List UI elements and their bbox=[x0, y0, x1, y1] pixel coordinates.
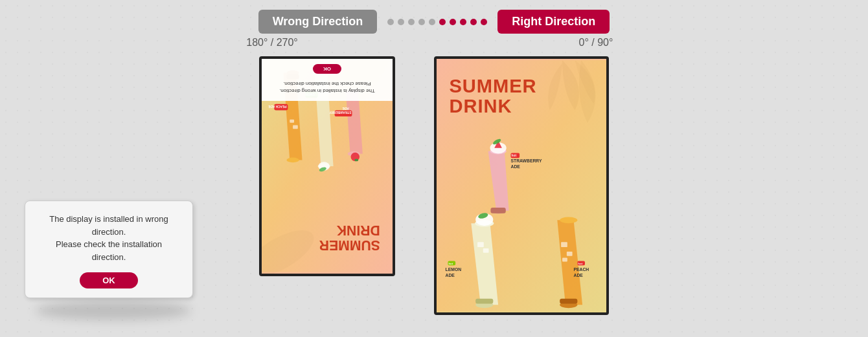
svg-text:PEACH: PEACH bbox=[574, 267, 589, 272]
svg-rect-56 bbox=[560, 299, 577, 304]
dialog-shadow bbox=[36, 301, 191, 320]
svg-text:hot: hot bbox=[448, 262, 453, 265]
svg-point-54 bbox=[560, 217, 577, 224]
nav-dot-6[interactable] bbox=[450, 19, 456, 25]
nav-dot-4[interactable] bbox=[429, 19, 435, 25]
wrong-poster: SUMMER DRINK bbox=[262, 59, 393, 274]
svg-text:STRAWBERRY: STRAWBERRY bbox=[511, 158, 542, 163]
right-direction-label: Right Direction bbox=[497, 10, 610, 34]
svg-rect-48 bbox=[483, 248, 489, 253]
nav-dot-1[interactable] bbox=[398, 19, 404, 25]
svg-text:SUMMER: SUMMER bbox=[319, 238, 380, 253]
svg-text:ADE: ADE bbox=[574, 273, 584, 277]
wrong-degrees: 180° / 270° bbox=[207, 37, 337, 49]
wrong-direction-label: Wrong Direction bbox=[258, 10, 378, 34]
svg-rect-8 bbox=[293, 125, 298, 129]
right-poster: SUMMER DRINK bbox=[437, 59, 606, 312]
svg-rect-47 bbox=[477, 242, 484, 247]
right-degrees: 0° / 90° bbox=[531, 37, 661, 49]
svg-rect-44 bbox=[475, 299, 493, 304]
svg-text:ADE: ADE bbox=[511, 164, 521, 169]
nav-dot-8[interactable] bbox=[470, 19, 477, 25]
svg-text:hot: hot bbox=[511, 154, 516, 157]
svg-point-5 bbox=[286, 158, 299, 163]
right-display-wrapper: SUMMER DRINK bbox=[434, 56, 609, 315]
svg-rect-59 bbox=[562, 258, 567, 262]
ok-button[interactable]: OK bbox=[80, 272, 138, 288]
svg-rect-33 bbox=[490, 208, 505, 213]
dots-connector bbox=[387, 19, 487, 25]
nav-dot-0[interactable] bbox=[387, 19, 394, 25]
wrong-display-wrapper: SUMMER DRINK bbox=[259, 56, 395, 276]
degrees-row: 180° / 270° 0° / 90° bbox=[207, 37, 661, 49]
svg-text:LEMON: LEMON bbox=[446, 267, 462, 272]
svg-rect-57 bbox=[561, 242, 567, 247]
svg-text:SUMMER: SUMMER bbox=[449, 76, 536, 96]
header-row: Wrong Direction Right Direction bbox=[258, 10, 610, 34]
svg-text:PEACH ADE: PEACH ADE bbox=[268, 105, 287, 108]
nav-dot-3[interactable] bbox=[418, 19, 425, 25]
svg-text:STRAWBERRY: STRAWBERRY bbox=[329, 111, 352, 114]
wrong-display-ok-button[interactable]: OK bbox=[313, 64, 341, 74]
right-display-frame: SUMMER DRINK bbox=[434, 56, 609, 315]
nav-dot-5[interactable] bbox=[439, 19, 446, 25]
svg-text:DRINK: DRINK bbox=[449, 96, 512, 116]
displays-row: SUMMER DRINK bbox=[259, 56, 609, 315]
svg-point-19 bbox=[354, 158, 358, 161]
nav-dot-7[interactable] bbox=[460, 19, 466, 25]
nav-dot-2[interactable] bbox=[408, 19, 415, 25]
wrong-display-msg: The display is installed in wrong direct… bbox=[269, 80, 385, 94]
dialog-message: The display is installed in wrong direct… bbox=[40, 213, 178, 263]
svg-text:hot: hot bbox=[578, 262, 582, 265]
nav-dot-9[interactable] bbox=[481, 19, 487, 25]
wrong-display-dialog: The display is installed in wrong direct… bbox=[262, 59, 393, 101]
svg-text:ADE: ADE bbox=[342, 107, 349, 110]
wrong-display-frame: SUMMER DRINK bbox=[259, 56, 395, 276]
svg-rect-58 bbox=[567, 252, 573, 256]
svg-text:ADE: ADE bbox=[446, 273, 455, 277]
svg-text:DRINK: DRINK bbox=[336, 223, 380, 238]
svg-rect-9 bbox=[290, 120, 294, 123]
floating-dialog: The display is installed in wrong direct… bbox=[25, 201, 193, 298]
